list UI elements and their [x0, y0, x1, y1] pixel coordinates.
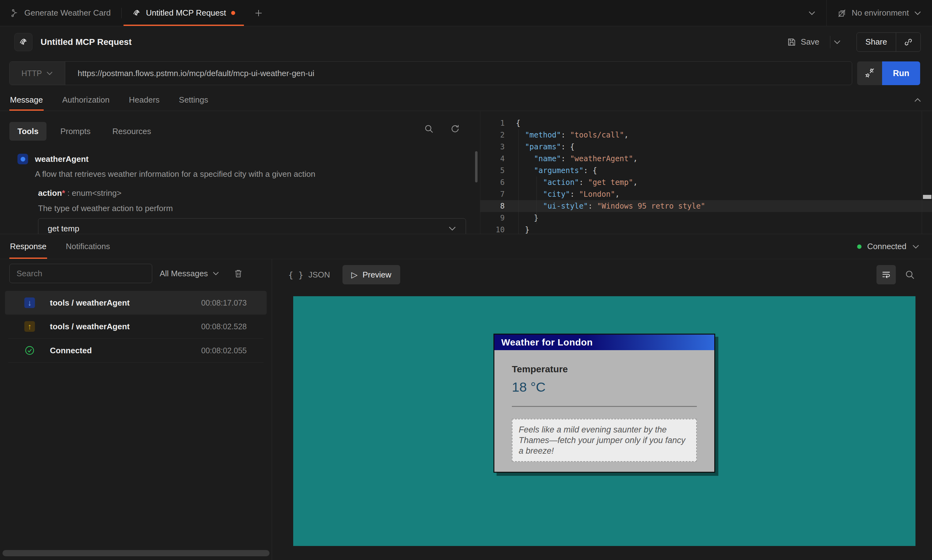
- line-number: 10: [481, 224, 505, 234]
- tab-resources[interactable]: Resources: [104, 122, 159, 141]
- code-text: }: [505, 212, 538, 224]
- tab-prompts[interactable]: Prompts: [52, 122, 99, 141]
- tab-response[interactable]: Response: [9, 234, 47, 259]
- run-button[interactable]: Run: [882, 62, 920, 85]
- response-viewer: { } JSON ▷ Preview: [272, 259, 932, 560]
- tool-item-weatherAgent[interactable]: weatherAgent: [17, 154, 480, 164]
- code-line[interactable]: 7 "city": "London",: [481, 188, 932, 200]
- messages-panel: All Messages ↓tools / weatherAgent00:08:…: [0, 259, 272, 560]
- code-line[interactable]: 5 "arguments": {: [481, 165, 932, 177]
- clear-messages-button[interactable]: [234, 268, 243, 278]
- code-text: "method": "tools/call",: [505, 129, 629, 141]
- line-number: 7: [481, 188, 505, 200]
- tools-scrollbar[interactable]: [475, 151, 478, 182]
- tab-tools[interactable]: Tools: [9, 122, 46, 141]
- code-line[interactable]: 1{: [481, 117, 932, 129]
- param-type: : enum<string>: [65, 188, 122, 198]
- code-text: "params": {: [505, 141, 575, 153]
- collapse-section-button[interactable]: [903, 89, 932, 111]
- param-description: The type of weather action to perform: [38, 204, 480, 213]
- preview-view-label: Preview: [362, 270, 391, 280]
- search-response-button[interactable]: [904, 269, 915, 280]
- tab-list-dropdown[interactable]: [798, 0, 826, 26]
- tool-icon: [17, 154, 28, 164]
- tools-tabs: Tools Prompts Resources: [9, 122, 480, 141]
- message-row[interactable]: ↑tools / weatherAgent00:08:02.528: [5, 315, 267, 338]
- action-select[interactable]: get temp: [38, 218, 466, 234]
- row-divider: [8, 362, 263, 363]
- code-line[interactable]: 8 "ui-style": "Windows 95 retro style": [481, 200, 932, 212]
- code-line[interactable]: 4 "name": "weatherAgent",: [481, 153, 932, 165]
- environment-selector[interactable]: No environment: [826, 0, 932, 26]
- message-label: tools / weatherAgent: [50, 322, 130, 331]
- search-input[interactable]: [9, 264, 152, 283]
- new-tab-button[interactable]: [246, 0, 271, 26]
- code-line[interactable]: 6 "action": "get temp",: [481, 177, 932, 188]
- messages-horizontal-scrollbar[interactable]: [3, 550, 270, 556]
- param-name: action: [38, 188, 62, 198]
- wrap-text-button[interactable]: [877, 265, 896, 285]
- method-selector[interactable]: HTTP: [10, 62, 65, 85]
- trash-icon: [234, 268, 243, 278]
- refresh-icon[interactable]: [450, 124, 460, 134]
- save-button[interactable]: Save: [781, 37, 825, 47]
- search-icon: [904, 269, 915, 280]
- link-icon: [904, 37, 913, 47]
- check-circle-icon: [24, 345, 35, 356]
- code-line[interactable]: 3 "params": {: [481, 141, 932, 153]
- tab-settings[interactable]: Settings: [179, 89, 209, 111]
- editor-overview-ruler[interactable]: [922, 111, 922, 234]
- code-line[interactable]: 9 }: [481, 212, 932, 224]
- mcp-ui-preview[interactable]: Weather for London Temperature 18 °C Fee…: [293, 296, 915, 546]
- temperature-label: Temperature: [512, 364, 697, 374]
- message-row[interactable]: Connected00:08:02.055: [5, 338, 267, 362]
- tools-panel: Tools Prompts Resources weatherAgent A f…: [0, 111, 481, 234]
- play-icon: ▷: [351, 270, 357, 280]
- search-icon[interactable]: [424, 124, 434, 134]
- page-title: Untitled MCP Request: [40, 37, 132, 47]
- message-filter-label: All Messages: [160, 269, 208, 278]
- connection-status-label: Connected: [867, 242, 906, 251]
- received-arrow-icon: ↓: [24, 297, 35, 308]
- param-required-mark: *: [62, 188, 65, 198]
- tab-notifications[interactable]: Notifications: [65, 234, 111, 259]
- app-window: Generate Weather Card Untitled MCP Reque…: [0, 0, 932, 560]
- share-button[interactable]: Share: [857, 37, 896, 47]
- preview-view-toggle[interactable]: ▷ Preview: [342, 265, 400, 285]
- braces-icon: { }: [288, 270, 303, 280]
- message-filter-dropdown[interactable]: All Messages: [160, 269, 219, 278]
- save-options-button[interactable]: [830, 36, 848, 48]
- message-timestamp: 00:08:02.055: [201, 346, 247, 355]
- code-text: }: [505, 224, 529, 234]
- tab-authorization[interactable]: Authorization: [62, 89, 111, 111]
- viewer-toolbar: { } JSON ▷ Preview: [272, 259, 932, 290]
- header-actions: Save Share: [781, 32, 921, 52]
- message-row[interactable]: ↓tools / weatherAgent00:08:17.073: [5, 291, 267, 315]
- response-tabs: Response Notifications Connected: [0, 234, 932, 259]
- connection-status[interactable]: Connected: [857, 234, 932, 259]
- copy-link-button[interactable]: [896, 33, 920, 51]
- message-timestamp: 00:08:02.528: [201, 322, 247, 331]
- code-lines: 1{2 "method": "tools/call",3 "params": {…: [481, 117, 932, 234]
- json-view-toggle[interactable]: { } JSON: [288, 270, 330, 280]
- flow-icon: [11, 9, 19, 17]
- tab-headers[interactable]: Headers: [128, 89, 160, 111]
- tab-generate-weather-card[interactable]: Generate Weather Card: [0, 0, 121, 26]
- response-body: All Messages ↓tools / weatherAgent00:08:…: [0, 259, 932, 560]
- chevron-up-icon: [914, 98, 921, 103]
- code-line[interactable]: 10 }: [481, 224, 932, 234]
- share-button-group: Share: [857, 32, 921, 52]
- editor-scroll-marker[interactable]: [923, 195, 931, 199]
- mcp-request-icon: [14, 33, 32, 51]
- method-label: HTTP: [22, 69, 42, 78]
- disconnect-button[interactable]: [857, 62, 882, 85]
- message-body: Tools Prompts Resources weatherAgent A f…: [0, 111, 932, 234]
- tab-message[interactable]: Message: [9, 89, 44, 111]
- chevron-down-icon: [46, 71, 53, 75]
- tab-untitled-mcp-request[interactable]: Untitled MCP Request: [122, 0, 246, 26]
- message-label: tools / weatherAgent: [50, 298, 130, 308]
- request-json-editor[interactable]: 1{2 "method": "tools/call",3 "params": {…: [481, 111, 932, 234]
- url-input[interactable]: HTTP https://postman.flows.pstmn.io/mcp/…: [9, 62, 852, 85]
- code-line[interactable]: 2 "method": "tools/call",: [481, 129, 932, 141]
- tab-label: Generate Weather Card: [24, 8, 111, 18]
